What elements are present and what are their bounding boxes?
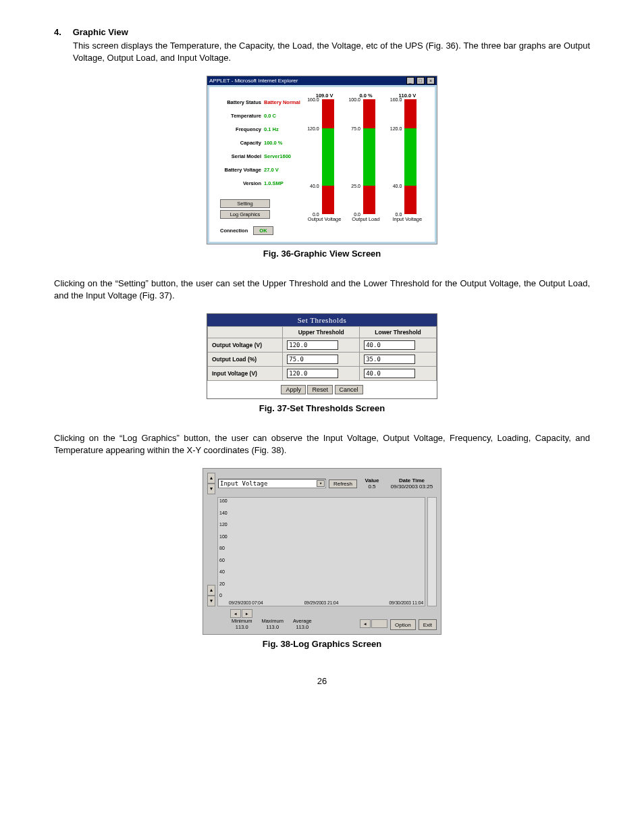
min-label: Minimum (232, 618, 252, 624)
col-blank (208, 327, 283, 338)
hscroll-left-button[interactable]: ◂ (230, 609, 241, 618)
fig38-caption: Fig. 38-Log Graphics Screen (54, 639, 590, 649)
table-row: Input Voltage (V) (208, 367, 437, 381)
refresh-button[interactable]: Refresh (329, 479, 357, 488)
value-capacity: 100.0 % (264, 140, 301, 153)
x-mid: 09/29/2003 21:04 (304, 600, 339, 605)
col-lower: Lower Threshold (360, 327, 437, 338)
y-tick: 80 (219, 546, 225, 550)
datetime-reading: 09/30/2003 03:25 (387, 484, 437, 490)
bar-tick: 0.0 (354, 212, 360, 217)
label-serial-model: Serial Model (213, 153, 264, 167)
upper-threshold-input[interactable] (287, 369, 338, 378)
table-row: Output Voltage (V) (208, 338, 437, 353)
section-title: Graphic View (73, 27, 128, 37)
fig36-caption: Fig. 36-Graphic View Screen (54, 249, 590, 259)
bar-tick: 40.0 (310, 183, 319, 188)
log-graphics-button[interactable]: Log Graphics (220, 210, 270, 219)
bar-tick: 120.0 (307, 126, 319, 130)
upper-threshold-input[interactable] (287, 355, 338, 364)
label-battery-voltage: Battery Voltage (213, 167, 264, 180)
hscroll-right-button[interactable]: ▸ (242, 609, 252, 618)
y-tick: 140 (219, 510, 227, 515)
fig36-window: APPLET - Microsoft Internet Explorer _ □… (207, 76, 437, 244)
x-right: 09/30/2003 11:04 (389, 600, 423, 605)
row-label: Output Voltage (V) (208, 338, 283, 353)
bar-column: 109.0 V160.0120.040.00.0Output Voltage (307, 93, 342, 234)
label-temperature: Temperature (213, 113, 264, 126)
window-controls: _ □ × (406, 77, 435, 84)
datetime-label: Date Time (387, 477, 437, 484)
avg-value: 113.0 (296, 624, 308, 630)
label-version: Version (213, 180, 264, 194)
col-upper: Upper Threshold (283, 327, 360, 338)
maximize-icon[interactable]: □ (417, 77, 425, 84)
paragraph-1: This screen displays the Temperature, th… (73, 40, 590, 63)
vscrollbar[interactable] (427, 497, 437, 606)
fig36-titlebar: APPLET - Microsoft Internet Explorer _ □… (207, 76, 437, 85)
bar-tick: 160.0 (307, 97, 319, 102)
label-frequency: Frequency (213, 126, 264, 140)
bar-tick: 100.0 (348, 97, 360, 102)
value-temperature: 0.0 C (264, 113, 301, 126)
y-tick: 20 (219, 581, 225, 585)
bar-tick: 0.0 (313, 212, 319, 217)
nav-up-button[interactable]: ▴ (207, 473, 215, 484)
series-select-value: Input Voltage (220, 480, 267, 487)
bar-tick: 40.0 (393, 183, 402, 188)
min-value: 113.0 (236, 624, 248, 630)
series-select[interactable]: Input Voltage ▾ (218, 479, 326, 488)
nav-down2-button[interactable]: ▾ (207, 596, 215, 606)
apply-button[interactable]: Apply (281, 385, 306, 394)
reset-button[interactable]: Reset (307, 385, 333, 394)
paragraph-3: Clicking on the “Log Graphics” button, t… (54, 432, 590, 456)
label-battery-status: Battery Status (213, 99, 264, 113)
nav-up2-button[interactable]: ▴ (207, 585, 215, 596)
chevron-down-icon: ▾ (317, 480, 325, 487)
value-label: Value (360, 477, 384, 484)
page-number: 26 (54, 676, 590, 686)
close-icon[interactable]: × (427, 77, 435, 84)
hscroll2-left-button[interactable]: ◂ (360, 619, 371, 628)
section-heading: 4. Graphic View (54, 27, 590, 37)
cancel-button[interactable]: Cancel (335, 385, 363, 394)
minimize-icon[interactable]: _ (406, 77, 414, 84)
lower-threshold-input[interactable] (364, 369, 415, 378)
exit-button[interactable]: Exit (419, 619, 437, 630)
max-value: 113.0 (266, 624, 279, 630)
bar-tick: 160.0 (390, 97, 402, 102)
bar-tick: 120.0 (390, 126, 402, 130)
fig37-title: Set Thresholds (207, 314, 437, 326)
bar-caption: Output Load (348, 216, 383, 222)
lower-threshold-input[interactable] (364, 340, 415, 350)
bar-tick: 75.0 (351, 126, 360, 130)
nav-down-button[interactable]: ▾ (207, 484, 215, 494)
y-tick: 120 (219, 522, 227, 527)
hscroll2-track[interactable] (371, 619, 387, 628)
upper-threshold-input[interactable] (287, 340, 338, 350)
fig37-caption: Fig. 37-Set Thresholds Screen (54, 403, 590, 413)
value-frequency: 0.1 Hz (264, 126, 301, 140)
section-number: 4. (54, 27, 70, 37)
bar-column: 0.0 %100.075.025.00.0Output Load (348, 93, 383, 234)
fig36-title: APPLET - Microsoft Internet Explorer (209, 78, 298, 84)
max-label: Maximum (261, 618, 284, 624)
value-battery-status: Battery Normal (264, 99, 301, 113)
label-capacity: Capacity (213, 140, 264, 153)
value-battery-voltage: 27.0 V (264, 167, 301, 180)
lower-threshold-input[interactable] (364, 355, 415, 364)
y-tick: 160 (219, 498, 227, 503)
setting-button[interactable]: Setting (220, 199, 270, 208)
y-tick: 40 (219, 569, 225, 574)
fig38-chart: 09/29/2003 07:04 09/29/2003 21:04 09/30/… (217, 497, 425, 606)
bar-column: 110.0 V160.0120.040.00.0Input Voltage (390, 93, 425, 234)
bar-caption: Output Voltage (307, 216, 342, 222)
bar-tick: 0.0 (396, 212, 402, 217)
value-serial-model: Server1600 (264, 153, 301, 167)
option-button[interactable]: Option (390, 619, 416, 630)
fig38-window: ▴ ▾ Input Voltage ▾ Refresh Value 0.5 Da… (203, 468, 441, 635)
table-row: Output Load (%) (208, 353, 437, 367)
x-left: 09/29/2003 07:04 (229, 600, 263, 605)
value-reading: 0.5 (360, 484, 384, 490)
value-version: 1.0.SMP (264, 180, 301, 194)
